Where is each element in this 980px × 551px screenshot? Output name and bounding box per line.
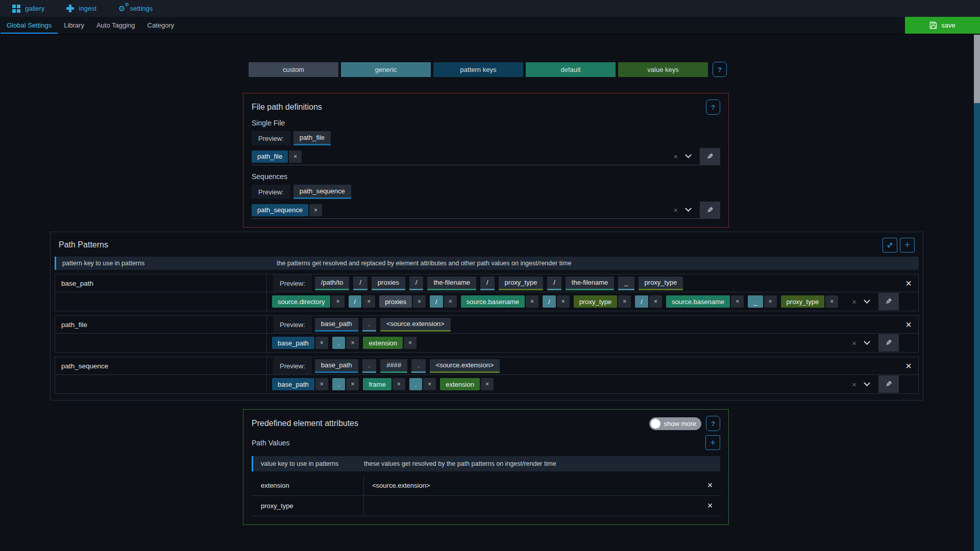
remove-chip-icon[interactable]: × [526,295,538,308]
tag-chip[interactable]: base_path× [272,378,328,390]
tab-auto-tagging[interactable]: Auto Tagging [90,17,141,34]
remove-chip-icon[interactable]: × [393,378,405,390]
remove-chip-icon[interactable]: × [731,295,744,308]
clear-input-icon[interactable]: × [673,206,678,214]
preview-label: Preview: [273,357,312,374]
clear-input-icon[interactable]: × [852,339,856,347]
pattern-editor-input[interactable]: source.directory×/×proxies×/×source.base… [267,292,918,311]
tag-chip[interactable]: path_file× [252,151,302,163]
remove-chip-icon[interactable]: × [315,378,328,390]
remove-chip-icon[interactable]: × [423,378,436,390]
tag-chip[interactable]: proxy_type× [574,295,631,308]
remove-chip-icon[interactable]: × [444,295,457,308]
remove-chip-icon[interactable]: × [764,295,777,308]
chevron-down-icon[interactable] [685,152,692,158]
remove-chip-icon[interactable]: × [825,295,838,308]
value-content[interactable] [364,496,700,516]
show-more-toggle[interactable]: show more [649,417,701,430]
add-pattern-button[interactable]: + [900,238,915,253]
preview-chip: proxy_type [639,277,683,290]
tag-chip-label: / [349,295,362,308]
pattern-editor-input[interactable]: base_path×.×frame×.×extension× × ✎ [267,375,918,393]
tag-chip[interactable]: /× [349,295,376,308]
remove-chip-icon[interactable]: × [557,295,570,308]
preview-chip: <source.extension> [430,359,500,373]
clear-input-icon[interactable]: × [852,297,856,306]
tag-chip[interactable]: frame× [363,378,405,390]
edit-button[interactable]: ✎ [878,375,899,393]
preview-label: Preview: [252,185,290,199]
tag-chip[interactable]: /× [543,295,570,308]
tag-chip[interactable]: /× [635,295,662,308]
sequences-pattern-input[interactable]: path_sequence× × ✎ [252,202,720,219]
remove-chip-icon[interactable]: × [362,295,375,308]
tag-chip[interactable]: /× [430,295,457,308]
help-button[interactable]: ? [713,62,727,77]
tag-chip[interactable]: .× [332,378,359,390]
remove-chip-icon[interactable]: × [618,295,631,308]
delete-value-button[interactable]: × [700,496,720,516]
nav-gallery[interactable]: gallery [12,5,44,13]
custom-button[interactable]: custom [249,62,338,77]
tab-library[interactable]: Library [58,17,90,34]
toggle-knob [651,419,660,429]
edit-button[interactable]: ✎ [700,202,720,219]
tag-chip[interactable]: proxies× [379,295,426,308]
clear-input-icon[interactable]: × [673,152,678,161]
pattern-keys-button[interactable]: pattern keys [433,62,523,77]
expand-button[interactable] [883,238,897,253]
remove-chip-icon[interactable]: × [346,378,359,390]
tag-chip[interactable]: .× [409,378,436,390]
edit-button[interactable]: ✎ [878,334,899,352]
value-content[interactable]: <source.extension> [364,475,700,495]
chevron-down-icon[interactable] [864,297,870,304]
remove-chip-icon[interactable]: × [289,151,302,163]
edit-button[interactable]: ✎ [878,293,899,310]
pencil-icon: ✎ [886,338,892,347]
edit-button[interactable]: ✎ [700,148,720,165]
path-values-header: value key to use in patterns these value… [252,456,720,471]
tag-chip[interactable]: _× [748,295,776,308]
remove-chip-icon[interactable]: × [404,337,416,349]
delete-pattern-button[interactable]: × [905,278,912,288]
scrollbar-thumb[interactable] [974,35,980,103]
chevron-down-icon[interactable] [685,205,692,212]
remove-chip-icon[interactable]: × [481,378,494,390]
remove-chip-icon[interactable]: × [413,295,426,308]
file-path-definitions-help-button[interactable]: ? [706,99,720,115]
tag-chip[interactable]: source.basename× [666,295,744,308]
tag-chip[interactable]: proxy_type× [781,295,839,308]
scrollbar[interactable] [974,35,980,551]
predefined-help-button[interactable]: ? [706,416,720,431]
default-button[interactable]: default [526,62,616,77]
nav-settings[interactable]: ⚙⚙ settings [118,5,153,12]
tag-chip[interactable]: path_sequence× [252,204,322,216]
remove-chip-icon[interactable]: × [346,337,359,349]
delete-pattern-button[interactable]: × [905,361,912,371]
tag-chip[interactable]: .× [332,337,359,349]
tab-category[interactable]: Category [141,17,181,34]
tag-chip[interactable]: source.directory× [272,295,345,308]
tag-chip[interactable]: source.basename× [461,295,538,308]
single-file-pattern-input[interactable]: path_file× × ✎ [252,148,720,165]
remove-chip-icon[interactable]: × [309,204,322,216]
tag-chip[interactable]: extension× [363,337,416,349]
tab-global-settings[interactable]: Global Settings [1,17,58,34]
value-keys-button[interactable]: value keys [618,62,708,77]
generic-button[interactable]: generic [341,62,431,77]
nav-ingest[interactable]: ingest [66,5,96,12]
clear-input-icon[interactable]: × [852,380,856,389]
header-pattern-key: pattern key to use in patterns [56,260,268,267]
delete-value-button[interactable]: × [700,475,720,495]
add-path-value-button[interactable]: + [705,435,720,450]
delete-pattern-button[interactable]: × [905,319,912,330]
chevron-down-icon[interactable] [864,380,870,386]
tag-chip[interactable]: extension× [440,378,494,390]
tag-chip[interactable]: base_path× [272,337,328,349]
remove-chip-icon[interactable]: × [331,295,344,308]
remove-chip-icon[interactable]: × [315,337,328,349]
remove-chip-icon[interactable]: × [649,295,662,308]
chevron-down-icon[interactable] [864,338,870,345]
pattern-editor-input[interactable]: base_path×.×extension× × ✎ [267,334,918,352]
save-button[interactable]: save [905,17,980,34]
